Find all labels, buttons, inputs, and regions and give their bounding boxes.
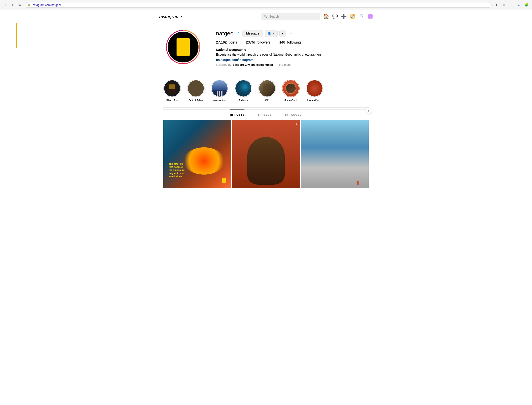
- highlight-label-911: 9/11: [264, 99, 269, 102]
- highlights-wrapper: Black Joy Out of Eden: [163, 76, 369, 108]
- browser-actions: ⬆ ☆ ⋯ ▲ 🧩: [493, 2, 529, 8]
- share-button[interactable]: ⬆: [493, 2, 499, 8]
- post2-multi-icon: ⧉: [296, 122, 298, 126]
- profile-name-row: natgeo ✓ Message 👤 ✓ ▾ ···: [216, 30, 369, 37]
- hl-911-image: [259, 80, 275, 96]
- reels-tab-icon: ▶: [258, 113, 260, 116]
- search-bar[interactable]: 🔍: [261, 13, 320, 20]
- highlight-black-joy[interactable]: Black Joy: [163, 80, 181, 102]
- highlight-ring-insurrection: [211, 80, 229, 97]
- message-button[interactable]: Message: [242, 30, 263, 37]
- highlight-thumb-iceland: [307, 80, 323, 96]
- instagram-logo[interactable]: Instagram ▾: [159, 14, 258, 20]
- hl-insurrection-image: [212, 80, 228, 96]
- highlight-iceland[interactable]: Iceland Vo...: [306, 80, 323, 102]
- url-text: instagram.com/natgeo/: [32, 3, 61, 7]
- address-bar[interactable]: 🔒 instagram.com/natgeo/: [25, 2, 492, 8]
- natgeo-logo-image: [176, 38, 190, 56]
- user-avatar-nav[interactable]: [368, 14, 373, 19]
- highlights-section: Black Joy Out of Eden: [163, 76, 369, 108]
- search-icon: 🔍: [264, 15, 268, 18]
- home-icon[interactable]: 🏠: [323, 14, 329, 19]
- profile-bio-link[interactable]: on.natgeo.com/instagram: [216, 58, 254, 61]
- gdrive-button[interactable]: ▲: [516, 2, 522, 8]
- posts-stat: 27,102 posts: [216, 40, 237, 44]
- dropdown-button[interactable]: ▾: [279, 30, 286, 37]
- posts-tab-label: POSTS: [234, 113, 244, 116]
- back-button[interactable]: ‹: [3, 2, 9, 8]
- highlights-next-button[interactable]: ›: [366, 108, 372, 114]
- highlight-thumb-ballesta: [236, 80, 251, 96]
- following-stat[interactable]: 140 following: [279, 40, 301, 44]
- highlight-label-out-of-eden: Out of Eden: [189, 99, 203, 102]
- tab-posts[interactable]: ⊞ POSTS: [230, 109, 244, 120]
- extensions-button[interactable]: ⋯: [508, 2, 514, 8]
- highlight-label-black-joy: Black Joy: [166, 99, 178, 102]
- profile-stats: 27,102 posts 237M followers 140 followin…: [216, 40, 369, 44]
- post-item-3[interactable]: ⧉: [301, 120, 369, 188]
- profile-header: natgeo ✓ Message 👤 ✓ ▾ ··· 27,102 posts: [163, 30, 369, 66]
- highlight-label-insurrection: Insurrection: [213, 99, 226, 102]
- forward-button[interactable]: ›: [10, 2, 16, 8]
- highlight-label-race-card: Race Card: [284, 99, 297, 102]
- explore-icon[interactable]: 🧭: [350, 14, 355, 19]
- search-input[interactable]: [269, 15, 317, 18]
- highlight-ring-black-joy: [163, 80, 181, 97]
- hl-blackjoy-image: [164, 80, 180, 96]
- likes-icon[interactable]: ♡: [359, 14, 364, 19]
- post1-natgeo-logo: [222, 178, 226, 183]
- lock-icon: 🔒: [27, 4, 31, 6]
- tab-tagged[interactable]: 🏷 TAGGED: [285, 109, 302, 120]
- follow-button[interactable]: 👤 ✓: [265, 30, 278, 37]
- highlight-thumb-911: [259, 80, 275, 96]
- profile-bio-name: National Geographic: [216, 48, 369, 51]
- profile-info: natgeo ✓ Message 👤 ✓ ▾ ··· 27,102 posts: [216, 30, 369, 66]
- profile-avatar-section: [163, 30, 203, 66]
- highlight-out-of-eden[interactable]: Out of Eden: [187, 80, 205, 102]
- hl-iceland-image: [307, 80, 323, 96]
- tagged-tab-label: TAGGED: [289, 113, 302, 116]
- browser-toolbar: ‹ › ↻ 🔒 instagram.com/natgeo/ ⬆ ☆ ⋯ ▲ 🧩: [0, 0, 532, 10]
- profile-bio-desc: Experience the world through the eyes of…: [216, 52, 369, 57]
- profile-tabs: ⊞ POSTS ▶ REELS 🏷 TAGGED: [163, 109, 369, 120]
- highlight-label-iceland: Iceland Vo...: [307, 99, 322, 102]
- instagram-navbar: Instagram ▾ 🔍 🏠 💬 ➕ 🧭 ♡: [0, 10, 532, 23]
- highlight-thumb-out-of-eden: [188, 80, 204, 96]
- post-item-2[interactable]: ⧉: [232, 120, 300, 188]
- bookmark-button[interactable]: ☆: [501, 2, 507, 8]
- messenger-icon[interactable]: 💬: [332, 14, 338, 19]
- refresh-button[interactable]: ↻: [17, 2, 23, 8]
- hl-ballesta-image: [236, 80, 251, 96]
- highlight-insurrection[interactable]: Insurrection: [211, 80, 229, 102]
- highlight-thumb-black-joy: [164, 80, 180, 96]
- highlight-race-card[interactable]: Race Card: [282, 80, 300, 102]
- hl-outofeden-image: [188, 80, 204, 96]
- highlight-label-ballesta: Ballesta: [239, 99, 248, 102]
- nav-icons: 🏠 💬 ➕ 🧭 ♡: [323, 14, 373, 19]
- profile-actions: Message 👤 ✓ ▾ ···: [242, 30, 293, 37]
- new-post-icon[interactable]: ➕: [341, 14, 346, 19]
- tab-reels[interactable]: ▶ REELS: [258, 109, 271, 120]
- logo-dropdown-icon[interactable]: ▾: [181, 15, 182, 19]
- highlight-ring-ballesta: [235, 80, 252, 97]
- highlight-ring-iceland: [306, 80, 323, 97]
- posts-tab-icon: ⊞: [230, 113, 233, 116]
- follow-check-icon: ✓: [272, 32, 275, 35]
- browser-nav-buttons: ‹ › ↻: [3, 2, 23, 8]
- highlight-ring-out-of-eden: [187, 80, 205, 97]
- profile-username: natgeo: [216, 30, 234, 37]
- profile-content: natgeo ✓ Message 👤 ✓ ▾ ··· 27,102 posts: [159, 23, 373, 188]
- highlight-thumb-insurrection: [212, 80, 228, 96]
- followers-stat[interactable]: 237M followers: [246, 40, 271, 44]
- profile-followed-by: Followed by deedelrey, wisin, elcolombia…: [216, 63, 369, 66]
- profile-avatar[interactable]: [167, 31, 199, 63]
- post-item-1[interactable]: The asteroid that doomed the dinosaurs m…: [163, 120, 231, 188]
- verified-badge: ✓: [236, 31, 240, 36]
- more-options-button[interactable]: ···: [288, 30, 293, 37]
- post1-text: The asteroid that doomed the dinosaurs m…: [168, 162, 184, 178]
- highlight-ballesta[interactable]: Ballesta: [235, 80, 252, 102]
- puzzle-button[interactable]: 🧩: [523, 2, 529, 8]
- browser-chrome: ‹ › ↻ 🔒 instagram.com/natgeo/ ⬆ ☆ ⋯ ▲ 🧩: [0, 0, 532, 10]
- highlight-911[interactable]: 9/11: [258, 80, 276, 102]
- arrow-line: [16, 22, 17, 48]
